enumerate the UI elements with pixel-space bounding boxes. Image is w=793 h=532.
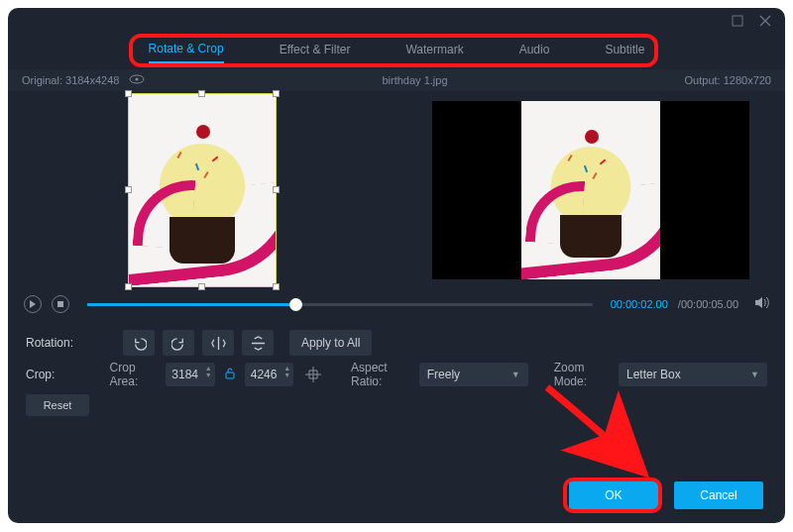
tab-rotate-crop[interactable]: Rotate & Crop <box>149 42 224 63</box>
output-image <box>521 101 660 279</box>
crop-height-input[interactable]: 4246 ▲▼ <box>245 363 293 386</box>
tab-watermark[interactable]: Watermark <box>405 43 463 62</box>
preview-row <box>8 91 785 289</box>
zoom-mode-label: Zoom Mode: <box>554 361 611 388</box>
crop-handle[interactable] <box>125 186 132 193</box>
aspect-ratio-select[interactable]: Freely ▼ <box>419 363 528 386</box>
crop-handle[interactable] <box>198 90 205 97</box>
crop-handle[interactable] <box>198 283 205 290</box>
aspect-ratio-value: Freely <box>427 368 460 381</box>
svg-point-2 <box>136 77 139 80</box>
minimize-icon[interactable] <box>732 14 743 30</box>
reset-button[interactable]: Reset <box>26 394 89 416</box>
preview-eye-icon[interactable] <box>129 74 145 86</box>
zoom-mode-value: Letter Box <box>626 368 681 381</box>
play-button[interactable] <box>24 295 42 313</box>
crop-width-input[interactable]: 3184 ▲▼ <box>166 363 214 386</box>
svg-rect-0 <box>733 16 742 26</box>
spinner-icon[interactable]: ▲▼ <box>283 365 290 378</box>
rotate-left-button[interactable] <box>123 330 155 356</box>
crop-frame[interactable] <box>128 93 277 287</box>
cancel-button[interactable]: Cancel <box>674 481 763 509</box>
tab-effect-filter[interactable]: Effect & Filter <box>280 43 351 62</box>
rotation-row: Rotation: Apply to All <box>26 327 767 359</box>
tabs: Rotate & Crop Effect & Filter Watermark … <box>8 36 785 69</box>
output-frame <box>432 101 749 279</box>
chevron-down-icon: ▼ <box>750 370 759 379</box>
original-size-label: Original: 3184x4248 <box>22 74 119 86</box>
crop-handle[interactable] <box>273 186 280 193</box>
ok-button[interactable]: OK <box>569 481 658 509</box>
center-crop-icon[interactable] <box>301 362 325 387</box>
svg-rect-4 <box>226 372 234 378</box>
info-bar: Original: 3184x4248 birthday 1.jpg Outpu… <box>8 69 785 91</box>
controls: Rotation: Apply to All Crop: Crop Area: … <box>8 319 785 390</box>
annotation-arrow <box>537 382 676 481</box>
crop-row: Crop: Crop Area: 3184 ▲▼ 4246 ▲▼ Aspect … <box>26 359 767 390</box>
output-size-label: Output: 1280x720 <box>685 74 771 86</box>
tab-subtitle[interactable]: Subtitle <box>605 43 644 62</box>
aspect-ratio-label: Aspect Ratio: <box>351 361 411 388</box>
lock-aspect-icon[interactable] <box>223 368 237 382</box>
zoom-mode-select[interactable]: Letter Box ▼ <box>619 363 767 386</box>
close-icon[interactable] <box>759 14 771 30</box>
crop-label: Crop: <box>26 368 102 381</box>
svg-rect-3 <box>57 301 63 307</box>
tab-audio[interactable]: Audio <box>519 43 550 62</box>
crop-area-label: Crop Area: <box>110 361 159 388</box>
crop-width-value: 3184 <box>171 368 198 381</box>
original-preview[interactable] <box>8 91 396 289</box>
playhead[interactable] <box>289 298 302 311</box>
rotation-label: Rotation: <box>26 336 115 350</box>
output-preview <box>396 91 785 289</box>
image-content <box>129 94 276 286</box>
timecode-current: 00:00:02.00 <box>611 298 668 310</box>
rotate-right-button[interactable] <box>163 330 194 356</box>
chevron-down-icon: ▼ <box>511 370 520 379</box>
crop-handle[interactable] <box>273 283 280 290</box>
flip-horizontal-button[interactable] <box>202 330 234 356</box>
spinner-icon[interactable]: ▲▼ <box>205 365 212 378</box>
flip-vertical-button[interactable] <box>242 330 274 356</box>
crop-handle[interactable] <box>125 90 132 97</box>
filename: birthday 1.jpg <box>145 74 684 86</box>
volume-icon[interactable] <box>754 296 769 312</box>
transport-bar: 00:00:02.00 /00:00:05.00 <box>8 289 785 319</box>
stop-button[interactable] <box>52 295 69 313</box>
editor-window: Rotate & Crop Effect & Filter Watermark … <box>8 8 785 523</box>
crop-height-value: 4246 <box>251 368 278 381</box>
timeline[interactable] <box>87 303 593 306</box>
apply-to-all-button[interactable]: Apply to All <box>289 330 372 356</box>
timecode-total: /00:00:05.00 <box>678 298 738 310</box>
footer: OK Cancel <box>569 481 763 509</box>
crop-handle[interactable] <box>125 283 132 290</box>
crop-handle[interactable] <box>273 90 280 97</box>
titlebar <box>8 8 785 36</box>
